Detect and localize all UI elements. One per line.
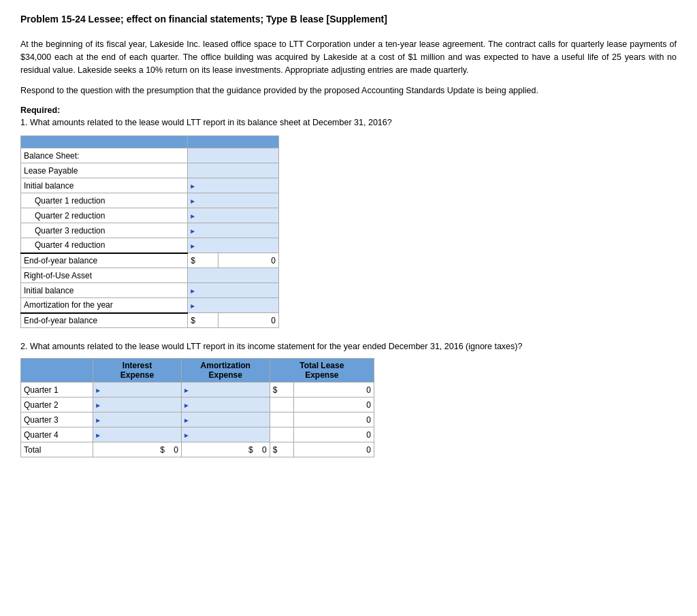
table-row: Quarter 2 ► ► 0: [21, 398, 374, 412]
table-row: Quarter 2 reduction ►: [21, 208, 279, 223]
q2-amort-input[interactable]: ►: [181, 398, 270, 412]
end-year-balance-lp-value: 0: [218, 253, 278, 268]
end-year-balance-rou-label: End-of-year balance: [21, 313, 188, 328]
paragraph2: Respond to the question with the presump…: [20, 84, 677, 97]
arrow-icon: ►: [95, 431, 101, 438]
end-year-balance-rou-value: 0: [218, 313, 278, 328]
arrow-icon: ►: [183, 386, 190, 393]
table-row: Quarter 4 ► ► 0: [21, 427, 374, 442]
q2-reduction-label: Quarter 2 reduction: [21, 208, 188, 223]
arrow-icon: ►: [95, 386, 101, 393]
arrow-icon: ►: [189, 287, 196, 294]
q4-total-dollar: [270, 427, 293, 442]
balance-sheet-header-cell: [188, 148, 279, 163]
end-year-balance-lp-dollar: $: [188, 253, 218, 268]
rou-initial-balance-input[interactable]: ►: [188, 283, 279, 298]
q1-total-value: 0: [294, 383, 374, 398]
q3-total-dollar: [270, 412, 293, 427]
total-interest-dollar: $: [160, 445, 165, 455]
q4-reduction-label: Quarter 4 reduction: [21, 238, 188, 253]
table-row: End-of-year balance $ 0: [21, 253, 279, 268]
end-year-balance-lp-label: End-of-year balance: [21, 253, 188, 268]
table2-col-total: Total LeaseExpense: [270, 359, 374, 383]
total-amort-cell: $ 0: [181, 442, 270, 457]
table-row: Initial balance ►: [21, 283, 279, 298]
total-lease-value: 0: [294, 442, 374, 457]
table-row: Lease Payable: [21, 163, 279, 178]
table1-header-row: [21, 136, 279, 148]
q2-total-value: 0: [294, 398, 374, 412]
table-row: Amortization for the year ►: [21, 298, 279, 313]
amortization-label: Amortization for the year: [21, 298, 188, 313]
total-interest-cell: $ 0: [93, 442, 182, 457]
q2-reduction-input[interactable]: ►: [188, 208, 279, 223]
table2-col-label: [21, 359, 93, 383]
table2-col-interest: InterestExpense: [93, 359, 182, 383]
rou-initial-balance-label: Initial balance: [21, 283, 188, 298]
page-title: Problem 15-24 Lessee; effect on financia…: [20, 14, 677, 25]
table-row: Total $ 0 $ 0 $ 0: [21, 442, 374, 457]
balance-sheet-table-container: Balance Sheet: Lease Payable Initial bal…: [20, 135, 279, 328]
table-row: Quarter 3 reduction ►: [21, 223, 279, 238]
q1-amort-input[interactable]: ►: [181, 383, 270, 398]
q4-amort-input[interactable]: ►: [181, 427, 270, 442]
q4-reduction-input[interactable]: ►: [188, 238, 279, 253]
table-row: Quarter 4 reduction ►: [21, 238, 279, 253]
table-row: Quarter 1 reduction ►: [21, 193, 279, 208]
lease-payable-cell: [188, 163, 279, 178]
question2: 2. What amounts related to the lease wou…: [20, 342, 677, 351]
rou-asset-cell: [188, 268, 279, 283]
table1-header-value: [188, 136, 279, 148]
table-row: Initial balance ►: [21, 178, 279, 193]
q2-label: Quarter 2: [21, 398, 93, 412]
arrow-icon: ►: [95, 401, 101, 408]
q4-interest-input[interactable]: ►: [93, 427, 182, 442]
table1-header-label: [21, 136, 188, 148]
income-statement-table-container: InterestExpense AmortizationExpense Tota…: [20, 358, 374, 457]
arrow-icon: ►: [95, 416, 101, 423]
q4-label: Quarter 4: [21, 427, 93, 442]
arrow-icon: ►: [189, 182, 196, 189]
arrow-icon: ►: [183, 431, 190, 438]
income-statement-table: InterestExpense AmortizationExpense Tota…: [20, 358, 374, 457]
amortization-input[interactable]: ►: [188, 298, 279, 313]
balance-sheet-label: Balance Sheet:: [21, 148, 188, 163]
q1-label: Quarter 1: [21, 383, 93, 398]
arrow-icon: ►: [189, 227, 196, 234]
total-lease-dollar: $: [270, 442, 293, 457]
arrow-icon: ►: [189, 242, 196, 249]
table-row: Balance Sheet:: [21, 148, 279, 163]
question1: 1. What amounts related to the lease wou…: [20, 118, 677, 127]
q3-label: Quarter 3: [21, 412, 93, 427]
paragraph1: At the beginning of its fiscal year, Lak…: [20, 38, 677, 76]
q3-amort-input[interactable]: ►: [181, 412, 270, 427]
table2-col-amort: AmortizationExpense: [181, 359, 270, 383]
q1-total-dollar: $: [270, 383, 293, 398]
initial-balance-input[interactable]: ►: [188, 178, 279, 193]
arrow-icon: ►: [183, 401, 190, 408]
balance-sheet-table: Balance Sheet: Lease Payable Initial bal…: [20, 135, 279, 328]
table-row: Quarter 3 ► ► 0: [21, 412, 374, 427]
q3-reduction-input[interactable]: ►: [188, 223, 279, 238]
table2-header-row: InterestExpense AmortizationExpense Tota…: [21, 359, 374, 383]
q2-interest-input[interactable]: ►: [93, 398, 182, 412]
q3-total-value: 0: [294, 412, 374, 427]
total-label: Total: [21, 442, 93, 457]
end-year-balance-rou-dollar: $: [188, 313, 218, 328]
rou-asset-label: Right-of-Use Asset: [21, 268, 188, 283]
required-label: Required:: [20, 106, 677, 115]
total-amort-dollar: $: [248, 445, 253, 455]
q2-total-dollar: [270, 398, 293, 412]
q1-interest-input[interactable]: ►: [93, 383, 182, 398]
q3-interest-input[interactable]: ►: [93, 412, 182, 427]
q3-reduction-label: Quarter 3 reduction: [21, 223, 188, 238]
q1-reduction-label: Quarter 1 reduction: [21, 193, 188, 208]
arrow-icon: ►: [189, 302, 196, 309]
initial-balance-label: Initial balance: [21, 178, 188, 193]
arrow-icon: ►: [183, 416, 190, 423]
table-row: Quarter 1 ► ► $ 0: [21, 383, 374, 398]
q4-total-value: 0: [294, 427, 374, 442]
table-row: Right-of-Use Asset: [21, 268, 279, 283]
arrow-icon: ►: [189, 212, 196, 219]
q1-reduction-input[interactable]: ►: [188, 193, 279, 208]
